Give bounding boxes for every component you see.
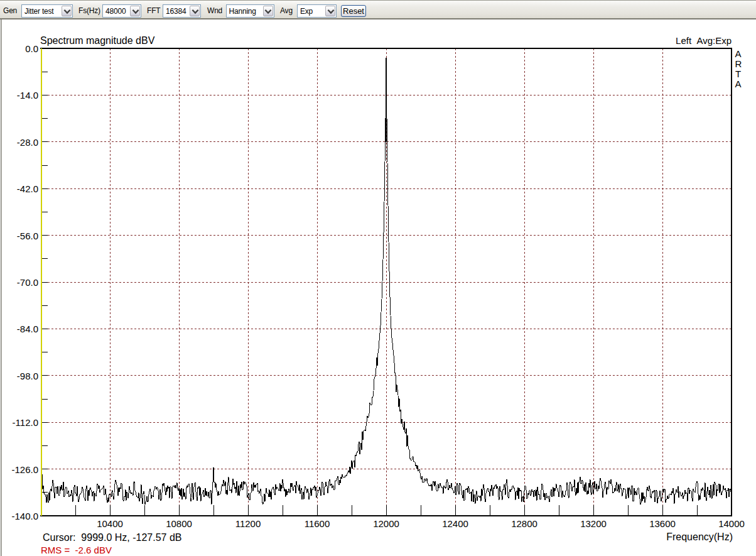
svg-text:13600: 13600 [649, 518, 676, 529]
svg-text:14000: 14000 [718, 518, 745, 529]
svg-text:11600: 11600 [305, 518, 330, 529]
svg-text:-140.0: -140.0 [11, 511, 38, 521]
svg-text:T: T [735, 68, 741, 79]
svg-text:A: A [735, 48, 742, 59]
svg-text:12000: 12000 [373, 518, 399, 529]
svg-text:-126.0: -126.0 [11, 464, 38, 475]
svg-text:A: A [735, 79, 742, 89]
svg-text:Left Avg:Exp: Left Avg:Exp [676, 35, 732, 46]
svg-text:-56.0: -56.0 [17, 231, 38, 241]
svg-text:0.0: 0.0 [25, 43, 38, 54]
svg-text:-70.0: -70.0 [17, 277, 38, 288]
svg-text:10400: 10400 [97, 518, 123, 529]
svg-text:11200: 11200 [235, 518, 261, 529]
svg-text:R: R [735, 58, 742, 69]
svg-text:-28.0: -28.0 [17, 137, 38, 148]
svg-text:Cursor: 9999.0 Hz, -127.57 dB: Cursor: 9999.0 Hz, -127.57 dB [43, 532, 181, 543]
svg-text:Spectrum magnitude dBV: Spectrum magnitude dBV [40, 35, 155, 46]
svg-text:-42.0: -42.0 [17, 183, 38, 194]
svg-text:12800: 12800 [511, 518, 537, 529]
svg-text:10800: 10800 [166, 518, 192, 529]
svg-text:13200: 13200 [580, 518, 607, 529]
svg-text:12400: 12400 [442, 518, 468, 529]
svg-text:-84.0: -84.0 [17, 324, 38, 334]
svg-text:Frequency(Hz): Frequency(Hz) [666, 531, 733, 542]
svg-text:-98.0: -98.0 [17, 371, 38, 381]
svg-text:-112.0: -112.0 [13, 417, 38, 428]
svg-text:RMS = -2.6 dBV: RMS = -2.6 dBV [41, 545, 112, 555]
svg-text:-14.0: -14.0 [17, 90, 38, 101]
